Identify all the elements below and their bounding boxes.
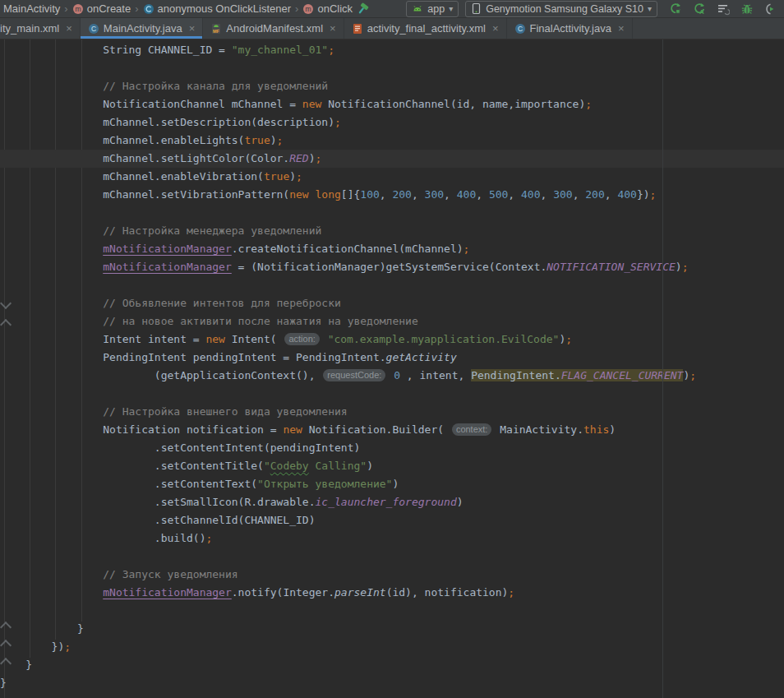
code-editor[interactable]: String CHANNEL_ID = "my_channel_01"; // … [0, 39, 784, 698]
run-config-label: app [427, 3, 445, 15]
code-line[interactable]: .setSmallIcon(R.drawable.ic_launcher_for… [0, 493, 784, 511]
code-line[interactable]: } [0, 674, 784, 692]
code-token: , intent, [400, 369, 471, 381]
tab-label: MainActivity.java [104, 22, 182, 35]
attach-debugger-icon[interactable] [763, 1, 779, 17]
code-line[interactable]: // на новое активити после нажатия на ув… [0, 312, 784, 331]
code-line[interactable] [0, 204, 784, 222]
apply-changes-icon[interactable] [667, 1, 684, 17]
tab-close-icon[interactable]: × [492, 22, 499, 35]
code-line[interactable]: Notification notification = new Notifica… [0, 421, 784, 439]
code-token: // Настройка менеджера уведомлений [0, 224, 321, 237]
code-line[interactable]: mChannel.setDescription(description); [0, 113, 784, 132]
tab-label: AndroidManifest.xml [226, 22, 323, 35]
code-token: , [444, 188, 457, 201]
code-token: = (NotificationManager)getSystemService(… [232, 261, 547, 273]
code-line[interactable]: .setContentIntent(pendingIntent) [0, 439, 784, 457]
profiler-icon[interactable] [715, 1, 731, 17]
code-line[interactable]: .setContentText("Открыть уведомление") [0, 475, 784, 493]
code-token: getActivity [386, 351, 457, 363]
code-line[interactable]: String CHANNEL_ID = "my_channel_01"; [0, 41, 784, 59]
code-line[interactable]: .setContentTitle("Codeby Calling") [0, 457, 784, 475]
build-hammer-icon[interactable] [354, 1, 371, 17]
code-line[interactable]: PendingIntent pendingIntent = PendingInt… [0, 349, 784, 367]
editor-tab[interactable]: activity_final_acttivity.xml× [344, 18, 507, 39]
code-area: String CHANNEL_ID = "my_channel_01"; // … [0, 39, 784, 692]
code-line[interactable]: // Настройка канала для уведомлений [0, 77, 784, 95]
code-token: ) [367, 460, 373, 472]
breadcrumb-item[interactable]: monCreate [71, 2, 132, 15]
breadcrumb-item[interactable]: MainActivity [2, 2, 62, 15]
code-token: ) [392, 478, 399, 490]
code-line[interactable]: mNotificationManager = (NotificationMana… [0, 258, 784, 276]
code-token: ; [316, 152, 322, 164]
svg-text:C: C [91, 25, 96, 33]
code-line[interactable]: mChannel.enableLights(true); [0, 132, 784, 150]
manifest-file-icon: MF [210, 23, 222, 35]
code-line[interactable]: .setChannelId(CHANNEL_ID) [0, 511, 784, 529]
code-line[interactable] [0, 276, 784, 294]
navigation-bar: MainActivity›monCreate›anonymous OnClick… [0, 0, 784, 18]
code-token: ic_launcher_foreground [316, 496, 457, 508]
breadcrumb-item[interactable]: anonymous OnClickListener [141, 2, 293, 15]
code-line[interactable]: } [0, 656, 784, 674]
tab-close-icon[interactable]: × [330, 22, 336, 35]
breadcrumb-separator: › [135, 2, 138, 15]
code-line[interactable]: // Запуск уведомления [0, 566, 784, 584]
code-token: 300 [553, 188, 572, 201]
code-line[interactable]: // Настройка менеджера уведомлений [0, 222, 784, 240]
code-line[interactable]: mChannel.enableVibration(true); [0, 168, 784, 186]
editor-tab[interactable]: CMainActivity.java× [81, 18, 203, 39]
code-token: // на новое активити после нажатия на ув… [0, 315, 418, 327]
code-token: String CHANNEL_ID = [0, 44, 232, 56]
toolbar-actions: A [667, 1, 779, 17]
apply-code-changes-icon[interactable]: A [691, 1, 708, 17]
code-token: PendingIntent pendingIntent = PendingInt… [0, 351, 386, 363]
breadcrumb-separator: › [295, 2, 298, 15]
code-token: , [476, 188, 489, 201]
code-token: , [541, 188, 554, 201]
code-token: ) [309, 152, 316, 164]
editor-tab[interactable]: ity_main.xml× [0, 18, 81, 39]
code-line[interactable]: (getApplicationContext(), requestCode: 0… [0, 367, 784, 385]
editor-tab[interactable]: CFinalActtivity.java× [507, 18, 633, 39]
code-line[interactable]: mChannel.setLightColor(Color.RED); [0, 150, 784, 168]
code-token [321, 333, 328, 345]
code-token: , [412, 188, 425, 201]
code-line[interactable]: Intent intent = new Intent( action: "com… [0, 331, 784, 349]
code-line[interactable]: mNotificationManager.createNotificationC… [0, 240, 784, 258]
parameter-hint-chip: requestCode: [323, 369, 385, 381]
editor-tab[interactable]: MFAndroidManifest.xml× [203, 18, 344, 39]
code-line[interactable]: }); [0, 638, 784, 656]
code-line[interactable] [0, 602, 784, 620]
code-line[interactable] [0, 385, 784, 403]
code-line[interactable] [0, 548, 784, 566]
code-token: }) [637, 188, 650, 201]
breadcrumb-item[interactable]: monClick [301, 2, 354, 15]
code-token: 400 [521, 188, 540, 201]
code-line[interactable]: // Настройка внешнего вида уведомления [0, 403, 784, 421]
code-token: mNotificationManager [103, 243, 232, 255]
ide-window: MainActivity›monCreate›anonymous OnClick… [0, 0, 784, 698]
tab-close-icon[interactable]: × [189, 22, 196, 35]
code-line[interactable]: mChannel.setVibrationPattern(new long[]{… [0, 186, 784, 204]
code-token: Intent( [225, 333, 283, 345]
tab-label: activity_final_acttivity.xml [367, 22, 486, 35]
code-line[interactable]: mNotificationManager.notify(Integer.pars… [0, 584, 784, 602]
method-icon: m [72, 3, 84, 15]
code-line[interactable]: } [0, 620, 784, 638]
code-token: mChannel.setVibrationPattern( [0, 188, 289, 201]
code-token: ; [689, 369, 696, 381]
device-dropdown[interactable]: Genymotion Samsung Galaxy S10 ▾ [465, 1, 657, 17]
tab-close-icon[interactable]: × [66, 22, 72, 35]
anonymous-class-icon [143, 3, 154, 15]
code-token: ; [328, 44, 334, 56]
code-line[interactable]: .build(); [0, 529, 784, 548]
tab-close-icon[interactable]: × [618, 22, 625, 35]
code-line[interactable] [0, 59, 784, 77]
debug-icon[interactable] [739, 1, 755, 17]
code-line[interactable]: NotificationChannel mChannel = new Notif… [0, 95, 784, 113]
run-config-dropdown[interactable]: app ▾ [406, 1, 459, 17]
code-line[interactable]: // Обьявление интентов для переброски [0, 294, 784, 312]
code-token: ; [650, 188, 657, 201]
